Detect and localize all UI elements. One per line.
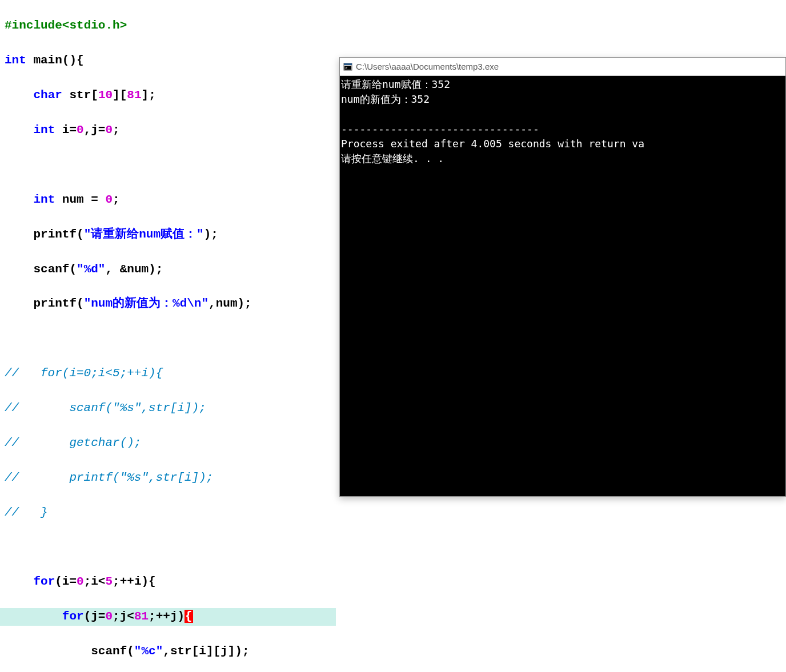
keyword: int — [5, 54, 26, 67]
arg: ,num — [208, 297, 237, 310]
punct: (){ — [62, 54, 84, 67]
console-icon: >_ — [343, 62, 352, 71]
code-line — [5, 156, 336, 174]
var: ,j= — [84, 123, 106, 136]
console-title: C:\Users\aaaa\Documents\temp3.exe — [356, 62, 499, 71]
comment: // getchar(); — [5, 436, 141, 449]
comment: // } — [5, 506, 48, 519]
code-line: int num = 0; — [5, 191, 336, 208]
code-line: #include<stdio.h> — [5, 17, 336, 34]
keyword: for — [62, 610, 84, 623]
console-output[interactable]: 请重新给num赋值：352 num的新值为：352 --------------… — [340, 76, 785, 496]
fn-call: scanf — [33, 263, 69, 276]
keyword: int — [33, 193, 55, 206]
punct: ); — [235, 645, 249, 658]
fn-call: scanf — [91, 645, 127, 658]
code-line: scanf("%c",str[i][j]); — [5, 643, 336, 660]
preprocessor: #include — [5, 19, 62, 32]
number: 10 — [98, 88, 113, 102]
code-editor[interactable]: #include<stdio.h> int main(){ char str[1… — [5, 0, 336, 672]
arg: , &num — [105, 263, 149, 276]
code-line: scanf("%d", &num); — [5, 261, 336, 278]
number: 81 — [127, 88, 141, 102]
function-name: main — [26, 54, 62, 67]
svg-text:>_: >_ — [345, 66, 350, 70]
console-titlebar[interactable]: >_ C:\Users\aaaa\Documents\temp3.exe — [340, 58, 785, 76]
code-line: for(i=0;i<5;++i){ — [5, 573, 336, 590]
punct: ;++i){ — [113, 575, 156, 588]
string: "%d" — [77, 263, 105, 276]
punct: ] — [142, 88, 149, 102]
punct: (j= — [84, 610, 106, 623]
number: 81 — [134, 610, 149, 623]
var: num = — [55, 193, 105, 206]
keyword: for — [33, 575, 55, 588]
number: 0 — [77, 575, 84, 588]
punct: ( — [69, 263, 77, 276]
header-file: <stdio.h> — [62, 19, 127, 32]
code-line: int main(){ — [5, 52, 336, 69]
console-line: 请按任意键继续. . . — [341, 152, 444, 164]
punct: ); — [238, 297, 252, 310]
punct: ; — [113, 193, 120, 206]
punct: ( — [77, 297, 84, 310]
string: "num的新值为：%d\n" — [84, 297, 208, 310]
brace-match-open: { — [185, 610, 193, 623]
string: "请重新给num赋值：" — [84, 228, 204, 241]
punct: ;i< — [84, 575, 106, 588]
code-line: // getchar(); — [5, 434, 336, 452]
var: str — [62, 88, 91, 102]
punct: ( — [77, 228, 84, 241]
keyword: char — [33, 88, 62, 102]
code-line: // for(i=0;i<5;++i){ — [5, 365, 336, 382]
number: 0 — [105, 610, 113, 623]
console-line: 请重新给num赋值：352 — [341, 78, 450, 90]
code-line: // scanf("%s",str[i]); — [5, 400, 336, 417]
punct: [ — [91, 88, 98, 102]
console-line: num的新值为：352 — [341, 93, 430, 105]
code-line — [5, 330, 336, 347]
code-line: // printf("%s",str[i]); — [5, 469, 336, 486]
console-line: Process exited after 4.005 seconds with … — [341, 138, 644, 150]
console-line: -------------------------------- — [341, 123, 539, 135]
arg: ,str[i][j] — [163, 645, 235, 658]
punct: ;j< — [113, 610, 134, 623]
number: 5 — [105, 575, 113, 588]
code-line: // } — [5, 504, 336, 521]
number: 0 — [105, 193, 113, 206]
svg-rect-1 — [344, 63, 352, 65]
punct: [ — [120, 88, 127, 102]
code-line: char str[10][81]; — [5, 87, 336, 104]
number: 0 — [77, 123, 84, 136]
fn-call: printf — [33, 297, 77, 310]
punct: ; — [149, 88, 156, 102]
comment: // for(i=0;i<5;++i){ — [5, 367, 163, 380]
code-line: printf("num的新值为：%d\n",num); — [5, 295, 336, 312]
punct: ] — [113, 88, 120, 102]
punct: ; — [113, 123, 120, 136]
fn-call: printf — [33, 228, 77, 241]
punct: (i= — [55, 575, 77, 588]
highlighted-line: for(j=0;j<81;++j){ — [0, 608, 336, 625]
number: 0 — [105, 123, 113, 136]
var: i= — [55, 123, 77, 136]
code-line — [5, 539, 336, 556]
punct: ( — [127, 645, 134, 658]
punct: ); — [204, 228, 218, 241]
punct: ); — [149, 263, 163, 276]
comment: // scanf("%s",str[i]); — [5, 401, 206, 415]
punct: ;++j) — [149, 610, 185, 623]
console-window[interactable]: >_ C:\Users\aaaa\Documents\temp3.exe 请重新… — [339, 57, 786, 497]
code-line: int i=0,j=0; — [5, 122, 336, 139]
string: "%c" — [134, 645, 163, 658]
code-line: printf("请重新给num赋值："); — [5, 226, 336, 243]
keyword: int — [33, 123, 55, 136]
comment: // printf("%s",str[i]); — [5, 471, 213, 484]
